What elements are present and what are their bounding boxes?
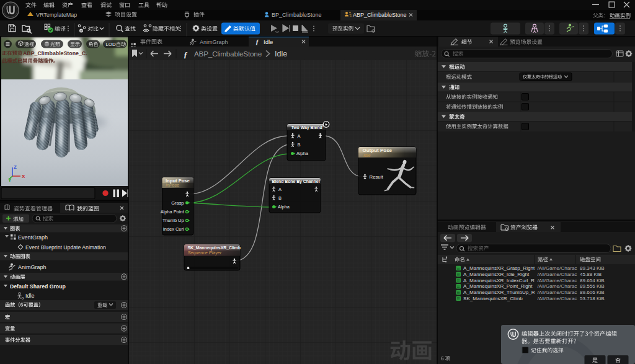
svg-text:Alpha: Alpha [278, 204, 290, 210]
svg-text:ƒ: ƒ [184, 50, 188, 59]
svg-text:A: A [298, 133, 301, 139]
svg-text:/All/Game/Charac: /All/Game/Charac [538, 278, 577, 283]
svg-text:89.556 KiB: 89.556 KiB [580, 283, 605, 289]
svg-text:Idle: Idle [264, 38, 273, 45]
svg-text:Default Shared Group: Default Shared Group [10, 283, 66, 290]
svg-text:Input Pose: Input Pose [166, 178, 190, 184]
svg-text:89.606 KiB: 89.606 KiB [580, 290, 605, 295]
svg-text:Alpha Point: Alpha Point [161, 209, 184, 215]
svg-text:B: B [298, 142, 301, 148]
svg-text:A_MannequinsXR_Point_Right: A_MannequinsXR_Point_Right [463, 283, 533, 289]
svg-text:A_MannequinsXR_IndexCurl_Righ: A_MannequinsXR_IndexCurl_Righ [463, 278, 541, 283]
svg-text:ABP_ClimbableStone_C.: ABP_ClimbableStone_C. [23, 50, 87, 56]
svg-text:Blend Bone By Channel: Blend Bone By Channel [272, 179, 320, 184]
svg-text:89.654 KiB: 89.654 KiB [580, 278, 605, 283]
svg-text:BP_ClimbableStone: BP_ClimbableStone [272, 12, 322, 18]
svg-text:AnimGraph: AnimGraph [18, 264, 47, 270]
svg-text:VRTemplateMap: VRTemplateMap [36, 12, 77, 18]
svg-text:X: X [22, 174, 25, 179]
svg-text:/All/Game/Charac: /All/Game/Charac [538, 296, 577, 301]
svg-text:Two Way Blend: Two Way Blend [291, 125, 322, 130]
svg-text:/All/Game/Charac: /All/Game/Charac [538, 272, 577, 277]
svg-text:53.718 KiB: 53.718 KiB [580, 296, 605, 301]
svg-text:Z: Z [14, 164, 17, 170]
svg-text:LOD: LOD [106, 42, 116, 47]
svg-text:Index Curl: Index Curl [163, 226, 184, 232]
svg-text:/All/Game/Charac: /All/Game/Charac [538, 290, 577, 295]
svg-text:Thumb Up: Thumb Up [162, 218, 184, 223]
svg-text:A_MannequinsXR_Idle_Right: A_MannequinsXR_Idle_Right [463, 272, 530, 277]
svg-text:A_MannequinsXR_Grasp_Right: A_MannequinsXR_Grasp_Right [463, 265, 535, 271]
svg-text:A: A [278, 187, 282, 192]
svg-text:Sequence Player: Sequence Player [188, 250, 222, 255]
svg-text:Idle: Idle [363, 153, 370, 158]
svg-text:89.343 KiB: 89.343 KiB [580, 265, 605, 271]
svg-text:Result: Result [370, 174, 384, 180]
svg-text:/All/Game/Charac: /All/Game/Charac [538, 283, 577, 289]
svg-text:A_MannequinsXR_ThumbUp_Rigl: A_MannequinsXR_ThumbUp_Rigl [463, 290, 540, 295]
svg-text:45.88 KiB: 45.88 KiB [580, 272, 602, 277]
svg-text:Grasp: Grasp [171, 200, 184, 206]
svg-text:Alpha: Alpha [296, 151, 309, 156]
svg-text:/All/Game/Charac: /All/Game/Charac [538, 265, 577, 271]
svg-text:Idle: Idle [275, 50, 287, 58]
svg-text:ABP_ClimbableStone: ABP_ClimbableStone [194, 50, 262, 58]
svg-text:EventGraph: EventGraph [18, 234, 48, 241]
svg-text:InPose: InPose [166, 183, 179, 187]
svg-text:ABP_ClimbableStone: ABP_ClimbableStone [353, 12, 407, 18]
svg-text:SK_MannequinsXR_Climb: SK_MannequinsXR_Climb [463, 296, 523, 301]
svg-text:B: B [278, 195, 282, 201]
svg-text:Event Blueprint Update Animati: Event Blueprint Update Animation [25, 244, 106, 251]
svg-text:ƒ: ƒ [255, 38, 259, 45]
svg-text:Y: Y [8, 177, 12, 183]
svg-text:AnimGraph: AnimGraph [200, 39, 228, 45]
svg-text:Idle: Idle [25, 293, 35, 299]
